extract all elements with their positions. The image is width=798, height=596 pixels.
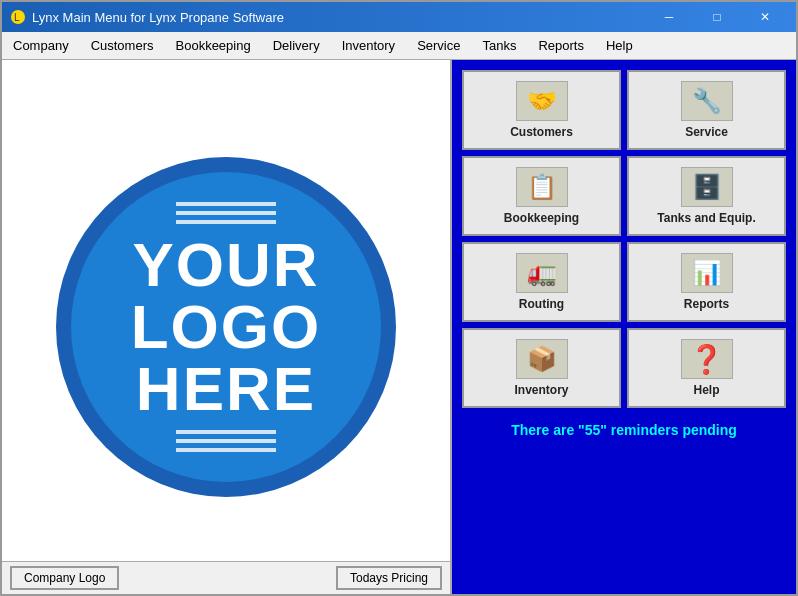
- title-bar-left: L Lynx Main Menu for Lynx Propane Softwa…: [10, 9, 284, 25]
- logo-line-1: [176, 202, 276, 206]
- app-icon: L: [10, 9, 26, 25]
- main-window: L Lynx Main Menu for Lynx Propane Softwa…: [0, 0, 798, 596]
- bookkeeping-label: Bookkeeping: [504, 211, 579, 225]
- menu-item-inventory[interactable]: Inventory: [331, 32, 406, 59]
- reminder-text: There are "55" reminders pending: [462, 414, 786, 446]
- logo-bottom-bar: Company Logo Todays Pricing: [2, 561, 450, 594]
- service-icon: 🔧: [681, 81, 733, 121]
- customers-label: Customers: [510, 125, 573, 139]
- close-button[interactable]: ✕: [742, 6, 788, 28]
- customers-icon: 🤝: [516, 81, 568, 121]
- menu-item-customers[interactable]: Customers: [80, 32, 165, 59]
- customers-button[interactable]: 🤝 Customers: [462, 70, 621, 150]
- inventory-label: Inventory: [514, 383, 568, 397]
- routing-label: Routing: [519, 297, 564, 311]
- company-logo-button[interactable]: Company Logo: [10, 566, 119, 590]
- logo-text: YOUR LOGO HERE: [131, 234, 322, 420]
- main-content: YOUR LOGO HERE Company Logo Todays Prici…: [2, 60, 796, 594]
- right-panel: 🤝 Customers 🔧 Service 📋 Bookkeeping 🗄️ T…: [452, 60, 796, 594]
- menu-item-tanks[interactable]: Tanks: [471, 32, 527, 59]
- logo-line-3: [176, 220, 276, 224]
- help-button[interactable]: ❓ Help: [627, 328, 786, 408]
- routing-icon: 🚛: [516, 253, 568, 293]
- maximize-button[interactable]: □: [694, 6, 740, 28]
- logo-circle-outer: YOUR LOGO HERE: [56, 157, 396, 497]
- logo-line-2: [176, 211, 276, 215]
- help-label: Help: [693, 383, 719, 397]
- minimize-button[interactable]: ─: [646, 6, 692, 28]
- menu-item-bookkeeping[interactable]: Bookkeeping: [165, 32, 262, 59]
- window-title: Lynx Main Menu for Lynx Propane Software: [32, 10, 284, 25]
- svg-text:L: L: [14, 12, 20, 23]
- logo-line-4: [176, 430, 276, 434]
- tanks-button[interactable]: 🗄️ Tanks and Equip.: [627, 156, 786, 236]
- menu-item-company[interactable]: Company: [2, 32, 80, 59]
- routing-button[interactable]: 🚛 Routing: [462, 242, 621, 322]
- title-bar-controls: ─ □ ✕: [646, 6, 788, 28]
- bookkeeping-icon: 📋: [516, 167, 568, 207]
- logo-line-6: [176, 448, 276, 452]
- grid-container: 🤝 Customers 🔧 Service 📋 Bookkeeping 🗄️ T…: [462, 70, 786, 408]
- menu-bar: CompanyCustomersBookkeepingDeliveryInven…: [2, 32, 796, 60]
- inventory-icon: 📦: [516, 339, 568, 379]
- todays-pricing-button[interactable]: Todays Pricing: [336, 566, 442, 590]
- reports-button[interactable]: 📊 Reports: [627, 242, 786, 322]
- service-label: Service: [685, 125, 728, 139]
- logo-line-5: [176, 439, 276, 443]
- help-icon: ❓: [681, 339, 733, 379]
- menu-item-help[interactable]: Help: [595, 32, 644, 59]
- tanks-icon: 🗄️: [681, 167, 733, 207]
- logo-circle-inner: YOUR LOGO HERE: [71, 172, 381, 482]
- inventory-button[interactable]: 📦 Inventory: [462, 328, 621, 408]
- menu-item-service[interactable]: Service: [406, 32, 471, 59]
- reports-label: Reports: [684, 297, 729, 311]
- logo-lines-bottom: [176, 430, 276, 452]
- service-button[interactable]: 🔧 Service: [627, 70, 786, 150]
- tanks-label: Tanks and Equip.: [657, 211, 755, 225]
- logo-lines-top: [176, 202, 276, 224]
- menu-item-reports[interactable]: Reports: [527, 32, 595, 59]
- bookkeeping-button[interactable]: 📋 Bookkeeping: [462, 156, 621, 236]
- logo-panel: YOUR LOGO HERE Company Logo Todays Prici…: [2, 60, 452, 594]
- title-bar: L Lynx Main Menu for Lynx Propane Softwa…: [2, 2, 796, 32]
- reports-icon: 📊: [681, 253, 733, 293]
- menu-item-delivery[interactable]: Delivery: [262, 32, 331, 59]
